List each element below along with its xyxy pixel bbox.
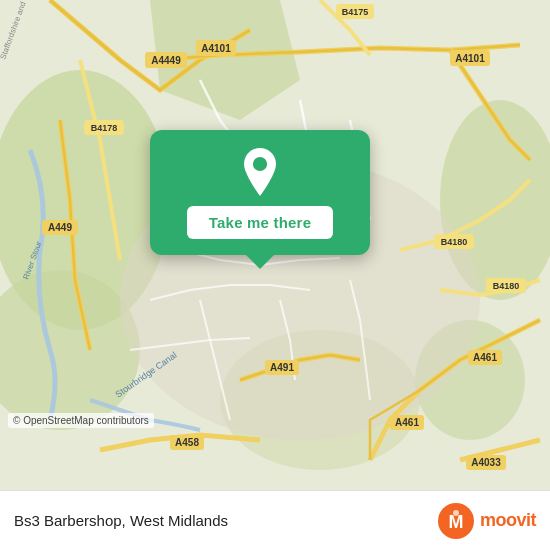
svg-text:A4449: A4449 (151, 55, 181, 66)
svg-text:A461: A461 (473, 352, 497, 363)
svg-text:B4175: B4175 (342, 7, 369, 17)
svg-point-37 (253, 157, 267, 171)
svg-text:A491: A491 (270, 362, 294, 373)
svg-text:A458: A458 (175, 437, 199, 448)
svg-text:B4178: B4178 (91, 123, 118, 133)
moovit-brand-text: moovit (480, 510, 536, 531)
svg-text:A4101: A4101 (455, 53, 485, 64)
svg-text:A461: A461 (395, 417, 419, 428)
moovit-brand-icon: M (438, 503, 474, 539)
svg-text:A449: A449 (48, 222, 72, 233)
location-pin-icon (236, 148, 284, 196)
bottom-bar: Bs3 Barbershop, West Midlands M moovit (0, 490, 550, 550)
svg-text:A4033: A4033 (471, 457, 501, 468)
location-text: Bs3 Barbershop, West Midlands (14, 512, 228, 529)
map-container: A4449 B4178 A449 A4101 B4175 A4101 B4180… (0, 0, 550, 490)
svg-text:A4101: A4101 (201, 43, 231, 54)
svg-text:B4180: B4180 (441, 237, 468, 247)
svg-text:B4180: B4180 (493, 281, 520, 291)
svg-point-40 (453, 510, 459, 516)
take-me-there-button[interactable]: Take me there (187, 206, 333, 239)
moovit-logo: M moovit (438, 503, 536, 539)
osm-attribution: © OpenStreetMap contributors (8, 413, 154, 428)
popup-card[interactable]: Take me there (150, 130, 370, 255)
